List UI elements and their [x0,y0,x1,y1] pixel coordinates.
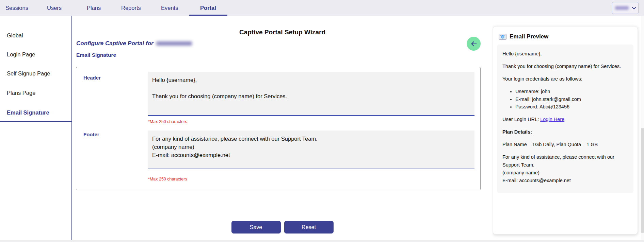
preview-greeting: Hello {username}, [502,50,628,58]
top-navbar: Sessions Users Plans Reports Events Port… [0,0,644,16]
svg-text:@: @ [501,35,504,38]
active-item-underline [0,121,72,122]
preview-plan-details-label: Plan Details: [502,128,628,136]
preview-footer-line: For any kind of assistance, please conne… [502,153,628,169]
preview-credential-password: Password: Abc@123456 [515,103,628,111]
preview-footer-line: (company name) [502,169,628,177]
redacted-tenant-name [615,6,629,10]
arrow-left-icon [470,40,478,48]
header-max-chars-hint: *Max 250 characters [148,119,187,124]
preview-plan-details: Plan Name – 1Gb Daily, Plan Quota – 1 GB [502,141,628,149]
chevron-down-icon [632,5,636,10]
email-signature-section-label: Email Signature [76,52,116,58]
content-row: Global Login Page Self Signup Page Plans… [0,16,644,242]
page-scrollbar-track [641,16,644,242]
wizard-subtitle-text: Configure Captive Portal for [76,40,154,47]
preview-credentials-list: Username: john E-mail: john.stark@gmail.… [502,88,628,111]
reset-button[interactable]: Reset [284,221,334,234]
footer-max-chars-hint: *Max 250 characters [148,177,187,182]
preview-footer: For any kind of assistance, please conne… [502,153,628,185]
email-preview-header: @ Email Preview [497,33,633,40]
preview-login-url-label: User Login URL: [502,117,540,122]
preview-credential-username: Username: john [515,88,628,96]
email-preview-title: Email Preview [510,33,548,40]
sidebar: Global Login Page Self Signup Page Plans… [0,16,72,242]
tab-events[interactable]: Events [161,0,178,16]
footer-textarea[interactable]: For any kind of assistance, please conne… [148,131,474,169]
preview-login-url-row: User Login URL: Login Here [502,116,628,123]
tab-plans[interactable]: Plans [87,0,101,16]
preview-credentials-intro: Your login credentials are as follows: [502,75,628,83]
back-button[interactable] [467,37,481,51]
email-icon: @ [499,34,506,40]
preview-footer-line: E-mail: accounts@example.net [502,177,628,185]
viewport-bottom-edge [0,240,644,242]
sidebar-item-global[interactable]: Global [7,32,23,39]
tenant-selector[interactable] [612,2,639,14]
page-scrollbar-thumb[interactable] [641,128,644,233]
preview-credential-email: E-mail: john.stark@gmail.com [515,96,628,103]
header-textarea[interactable]: Hello {username}, Thank you for choosing… [148,72,474,116]
footer-field-label: Footer [83,132,99,137]
preview-thanks: Thank you for choosing (company name) fo… [502,63,628,70]
email-signature-form: Header Hello {username}, Thank you for c… [76,67,481,190]
wizard-subtitle: Configure Captive Portal for [76,40,192,47]
sidebar-item-email-signature[interactable]: Email Signature [7,109,49,116]
form-actions: Save Reset [72,221,493,234]
tab-users[interactable]: Users [47,0,62,16]
tab-sessions[interactable]: Sessions [5,0,28,16]
save-button[interactable]: Save [231,221,281,234]
sidebar-item-self-signup-page[interactable]: Self Signup Page [7,70,50,77]
email-preview-body: Hello {username}, Thank you for choosing… [497,45,633,193]
sidebar-item-login-page[interactable]: Login Page [7,51,35,58]
login-here-link[interactable]: Login Here [540,117,564,122]
main-content: Captive Portal Setup Wizard Configure Ca… [72,16,493,242]
tab-reports[interactable]: Reports [121,0,141,16]
tab-portal[interactable]: Portal [189,0,227,16]
header-field-label: Header [83,75,101,81]
redacted-company-name [156,41,192,46]
email-preview-panel: @ Email Preview Hello {username}, Thank … [493,26,638,235]
page-title: Captive Portal Setup Wizard [72,29,493,36]
sidebar-item-plans-page[interactable]: Plans Page [7,90,35,96]
